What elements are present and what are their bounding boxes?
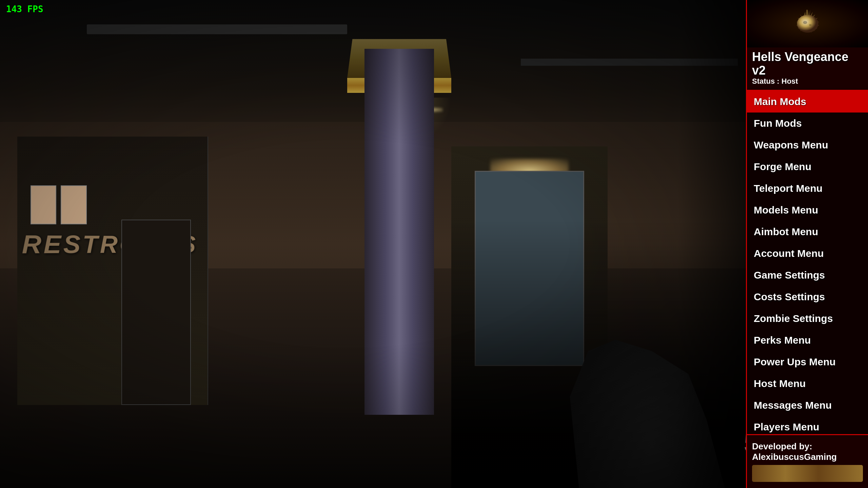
menu-item-teleport-menu[interactable]: Teleport Menu <box>747 178 868 199</box>
fps-gun-area <box>451 220 755 488</box>
center-pillar <box>364 49 434 415</box>
menu-item-main-mods[interactable]: Main Mods <box>747 91 868 113</box>
menu-title: Hells Vengeance v2 <box>752 50 863 77</box>
emblem-svg <box>787 5 828 42</box>
menu-logo-emblem <box>787 7 828 41</box>
menu-item-aimbot-menu[interactable]: Aimbot Menu <box>747 221 868 243</box>
game-container: RESTROOMS 143 FPS Plutonium T6 500 <box>0 0 868 488</box>
wall-poster-2 <box>61 185 87 224</box>
fps-counter: 143 FPS <box>6 4 43 14</box>
restroom-door <box>121 220 191 405</box>
menu-logo-area <box>747 0 868 47</box>
menu-item-models-menu[interactable]: Models Menu <box>747 199 868 221</box>
gun-silhouette <box>542 260 725 488</box>
menu-panel: Hells Vengeance v2 Status : Host Main Mo… <box>746 0 868 488</box>
ceiling-pipe-2 <box>521 59 738 66</box>
menu-footer: Developed by: AlexibuscusGaming <box>747 434 868 488</box>
menu-title-area: Hells Vengeance v2 Status : Host <box>747 47 868 90</box>
menu-item-game-settings[interactable]: Game Settings <box>747 264 868 286</box>
menu-footer-logo <box>752 465 863 482</box>
svg-point-2 <box>803 21 807 24</box>
menu-item-zombie-settings[interactable]: Zombie Settings <box>747 308 868 329</box>
menu-item-host-menu[interactable]: Host Menu <box>747 373 868 394</box>
game-background: RESTROOMS <box>0 0 868 488</box>
menu-item-players-menu[interactable]: Players Menu <box>747 416 868 434</box>
menu-item-costs-settings[interactable]: Costs Settings <box>747 286 868 308</box>
menu-status: Status : Host <box>752 77 863 86</box>
menu-footer-text: Developed by: AlexibuscusGaming <box>752 441 863 462</box>
menu-item-weapons-menu[interactable]: Weapons Menu <box>747 134 868 156</box>
menu-item-fun-mods[interactable]: Fun Mods <box>747 113 868 134</box>
menu-header: Hells Vengeance v2 Status : Host <box>747 0 868 91</box>
menu-item-account-menu[interactable]: Account Menu <box>747 243 868 264</box>
svg-point-3 <box>809 24 811 26</box>
menu-item-messages-menu[interactable]: Messages Menu <box>747 394 868 416</box>
wall-poster-1 <box>31 185 57 224</box>
menu-item-forge-menu[interactable]: Forge Menu <box>747 156 868 178</box>
menu-item-power-ups-menu[interactable]: Power Ups Menu <box>747 351 868 373</box>
menu-item-perks-menu[interactable]: Perks Menu <box>747 329 868 351</box>
svg-point-1 <box>797 15 818 33</box>
menu-items-container: Main ModsFun ModsWeapons MenuForge MenuT… <box>747 91 868 434</box>
ceiling-pipe-1 <box>87 24 347 34</box>
